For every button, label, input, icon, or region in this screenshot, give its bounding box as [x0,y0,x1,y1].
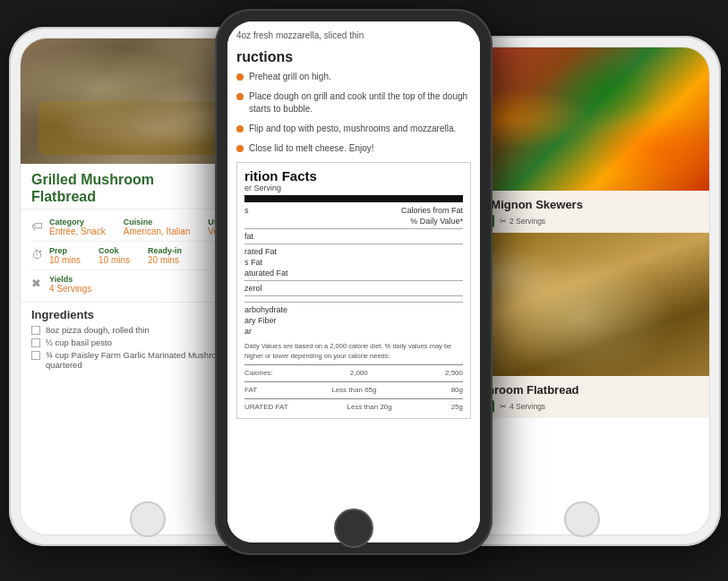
calories-table: Calories: 2,000 2,500 [244,364,463,378]
nutrition-row-fiber: ary Fiber [244,315,463,326]
nutrition-facts: rition Facts er Serving s Calories from … [236,162,471,419]
nutrition-footer: Daily Values are based on a 2,000 calori… [244,342,463,413]
tag-icon: 🏷 [31,219,49,233]
step-dot-3 [236,125,244,132]
nutrition-row-satfat: rated Fat [244,246,463,257]
ingredient-checkbox-2[interactable] [31,338,40,347]
clock-icon: ⏱ [31,248,49,261]
nutrition-row-servings: s Calories from Fat [244,205,463,216]
nutrition-title: rition Facts [244,168,463,184]
nutrition-row-fat: fat [244,231,463,242]
step-dot-1 [236,73,244,81]
meta-prep: Prep 10 mins [49,246,81,265]
nutrition-row-unsat: aturated Fat [244,268,463,278]
flatbread-tags: Mins ✂ 4 Servings [464,400,700,413]
skewers-image [455,47,709,191]
right-content: Filet Mignon Skewers Mins ✂ 2 Servings [455,47,709,534]
meta-category: Category Entrèe, Snack [49,218,106,236]
nutrition-row-daily: % Daily Value* [244,216,463,226]
meta-cook: Cook 10 mins [98,246,130,265]
satfat-table: URATED FAT Less than 20g 25g [244,398,463,412]
step-1: Preheat grill on high. [236,71,471,83]
skewers-tags: Mins ✂ 2 Servings [464,215,700,227]
flatbread-image [455,233,709,376]
phone-center: 4oz fresh mozzarella, sliced thin ructio… [215,9,492,555]
home-button-center[interactable] [334,508,373,548]
utensils-icon: ✖ [31,277,49,290]
ingredient-checkbox-3[interactable] [31,351,40,360]
center-content: 4oz fresh mozzarella, sliced thin ructio… [227,21,480,543]
skewers-servings-tag: ✂ 2 Servings [500,215,545,227]
step-dot-2 [236,93,244,100]
flatbread-bg [455,233,709,376]
phone-center-screen: 4oz fresh mozzarella, sliced thin ructio… [227,21,480,543]
instructions-title: ructions [236,49,471,65]
nutrition-row-carb: arbohydrate [244,304,463,315]
fat-table: FAT Less than 65g 80g [244,381,463,395]
recipe-card-skewers[interactable]: Filet Mignon Skewers Mins ✂ 2 Servings [455,47,709,233]
recipe-card-flatbread[interactable]: Mushroom Flatbread Mins ✂ 4 Servings [455,233,709,418]
home-button-left[interactable] [130,501,166,537]
home-button-right[interactable] [564,501,600,537]
phones-container: Grilled Mushroom Flatbread 🏷 Category En… [0,0,728,581]
ingredient-checkbox-1[interactable] [31,326,40,335]
meta-ready: Ready-in 20 mins [148,246,182,265]
step-2: Place dough on grill and cook until the … [236,90,471,115]
step-4: Close lid to melt cheese. Enjoy! [236,142,471,155]
skewers-bg [455,47,709,191]
flatbread-info: Mushroom Flatbread Mins ✂ 4 Servings [455,376,709,418]
step-dot-4 [236,145,244,152]
nutrition-row-sfat: s Fat [244,257,463,268]
nutrition-row-empty [244,298,463,300]
meta-yields: Yields 4 Servings [49,275,91,294]
nutrition-row-sugar: ar [244,326,463,337]
step-3: Flip and top with pesto, mushrooms and m… [236,123,471,135]
skewers-info: Filet Mignon Skewers Mins ✂ 2 Servings [455,191,709,233]
flatbread-servings-tag: ✂ 4 Servings [500,400,545,413]
nutrition-row-chol: zerol [244,283,463,294]
meta-cuisine: Cuisine American, Italian [124,218,190,236]
